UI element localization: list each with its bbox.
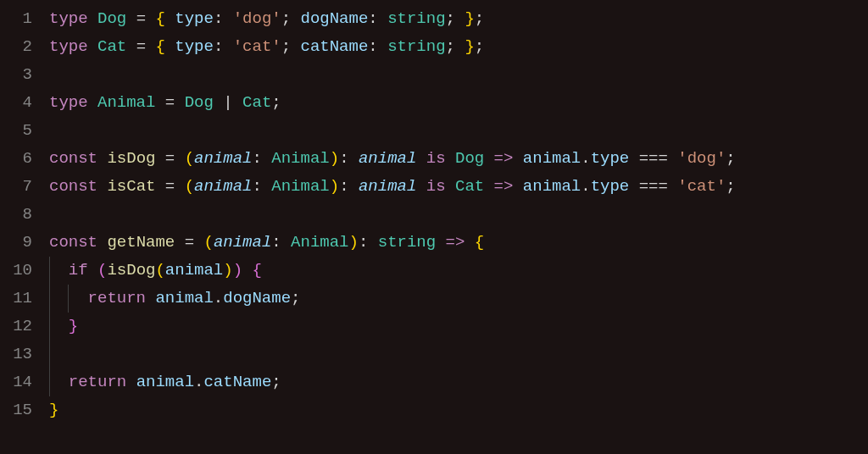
close-brace: } xyxy=(49,401,58,419)
string-literal: 'dog' xyxy=(677,149,726,168)
line-number: 10 xyxy=(0,257,32,285)
code-line[interactable] xyxy=(49,61,868,89)
line-number: 12 xyxy=(0,313,32,340)
keyword: const xyxy=(49,149,97,168)
line-number: 9 xyxy=(0,229,32,257)
line-number: 11 xyxy=(0,285,32,313)
prop-access: catName xyxy=(203,373,271,391)
code-line[interactable]: const isCat = (animal: Animal): animal i… xyxy=(49,173,868,201)
prop-access: dogName xyxy=(223,289,291,307)
open-brace: { xyxy=(475,233,484,252)
string-literal: 'cat' xyxy=(677,177,726,196)
line-number: 6 xyxy=(0,145,32,173)
open-brace: { xyxy=(155,9,164,28)
function-name: isCat xyxy=(107,177,155,196)
type-ref: Dog xyxy=(185,93,214,112)
close-brace: } xyxy=(465,9,474,28)
code-line[interactable]: const getName = (animal: Animal): string… xyxy=(49,229,868,257)
type-ref: Cat xyxy=(242,93,271,112)
code-line[interactable]: if (isDog(animal)) { xyxy=(49,257,868,285)
open-brace: { xyxy=(253,261,262,280)
keyword: type xyxy=(49,93,88,112)
keyword: return xyxy=(88,289,146,307)
code-line[interactable]: return animal.catName; xyxy=(49,368,868,396)
line-number: 15 xyxy=(0,396,32,424)
line-number-gutter: 1 2 3 4 5 6 7 8 9 10 11 12 13 14 15 xyxy=(0,0,49,454)
code-line[interactable] xyxy=(49,201,868,229)
type-ref: string xyxy=(387,9,445,28)
string-literal: 'dog' xyxy=(233,9,281,28)
keyword: type xyxy=(49,9,88,28)
line-number: 2 xyxy=(0,33,32,61)
line-number: 5 xyxy=(0,117,32,145)
keyword: return xyxy=(69,373,126,391)
code-line[interactable] xyxy=(49,340,868,368)
type-name: Animal xyxy=(97,93,155,112)
line-number: 3 xyxy=(0,61,32,89)
close-brace: } xyxy=(69,317,78,335)
line-number: 13 xyxy=(0,340,32,368)
code-line[interactable]: } xyxy=(49,396,868,424)
type-name: Cat xyxy=(97,37,126,56)
code-editor[interactable]: type Dog = { type: 'dog'; dogName: strin… xyxy=(49,0,868,454)
string-literal: 'cat' xyxy=(233,37,281,56)
function-name: isDog xyxy=(107,149,155,168)
line-number: 1 xyxy=(0,5,32,33)
line-number: 7 xyxy=(0,173,32,201)
type-name: Dog xyxy=(97,9,126,28)
code-line[interactable]: return animal.dogName; xyxy=(49,285,868,313)
identifier: animal xyxy=(523,149,581,168)
code-line[interactable]: type Dog = { type: 'dog'; dogName: strin… xyxy=(49,5,868,33)
prop-name: dogName xyxy=(301,9,369,28)
param-name: animal xyxy=(194,149,252,168)
code-line[interactable]: const isDog = (animal: Animal): animal i… xyxy=(49,145,868,173)
arrow: => xyxy=(494,149,514,168)
line-number: 4 xyxy=(0,89,32,117)
code-line[interactable]: type Animal = Dog | Cat; xyxy=(49,89,868,117)
prop-name: type xyxy=(175,9,214,28)
function-name: getName xyxy=(107,233,175,252)
line-number: 8 xyxy=(0,201,32,229)
function-call: isDog xyxy=(107,261,155,280)
keyword: if xyxy=(69,261,88,280)
line-number: 14 xyxy=(0,368,32,396)
code-line[interactable] xyxy=(49,117,868,145)
keyword: type xyxy=(49,37,88,56)
code-line[interactable]: } xyxy=(49,313,868,340)
code-line[interactable]: type Cat = { type: 'cat'; catName: strin… xyxy=(49,33,868,61)
